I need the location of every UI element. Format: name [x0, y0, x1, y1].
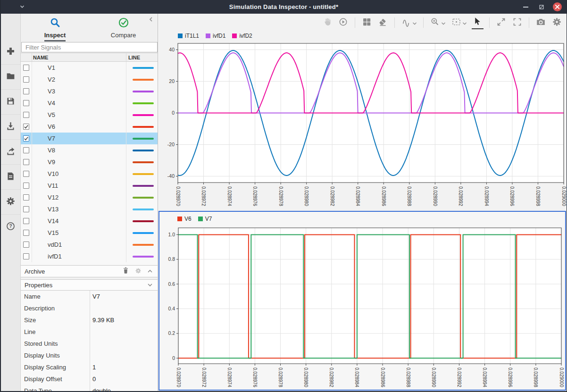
- left-toolbar: ?: [1, 14, 21, 391]
- signal-row-V11[interactable]: V11: [21, 180, 158, 192]
- trash-icon[interactable]: [122, 267, 129, 276]
- signal-checkbox[interactable]: [23, 230, 29, 236]
- property-value[interactable]: 1: [90, 364, 158, 371]
- signal-checkbox[interactable]: [23, 171, 29, 177]
- signal-row-vdD1[interactable]: vdD1: [21, 239, 158, 250]
- titlebar: Simulation Data Inspector - untitled*: [1, 0, 567, 14]
- replay-tool[interactable]: [337, 16, 349, 29]
- signal-row-V7[interactable]: V7: [21, 133, 158, 144]
- signal-checkbox-cell: [21, 227, 32, 239]
- dropdown-caret-icon[interactable]: [463, 19, 467, 26]
- tab-compare[interactable]: Compare: [89, 14, 158, 41]
- signal-name: ivfD1: [32, 253, 126, 260]
- minimize-button[interactable]: [521, 2, 530, 12]
- signal-line-swatch: [133, 79, 154, 81]
- signal-row-V15[interactable]: V15: [21, 227, 158, 239]
- signal-row-V3[interactable]: V3: [21, 85, 158, 97]
- signal-row-V5[interactable]: V5: [21, 109, 158, 121]
- signal-name: V9: [32, 158, 126, 166]
- add-button[interactable]: [1, 39, 20, 64]
- zoom-in-tool[interactable]: [429, 16, 446, 29]
- tab-inspect[interactable]: Inspect: [21, 14, 89, 41]
- signal-checkbox[interactable]: [23, 65, 29, 71]
- chevron-up-icon[interactable]: [147, 268, 153, 275]
- close-button[interactable]: [553, 2, 562, 11]
- signal-name: V13: [32, 206, 126, 213]
- property-value[interactable]: 0: [90, 375, 158, 383]
- legend-swatch: [177, 217, 182, 221]
- collapse-sidebar-icon[interactable]: [148, 16, 154, 24]
- properties-label: Properties: [21, 282, 52, 289]
- signal-checkbox[interactable]: [23, 206, 29, 212]
- app-window: Simulation Data Inspector - untitled* ? …: [0, 0, 567, 392]
- signal-checkbox[interactable]: [23, 218, 29, 224]
- bottom-chart[interactable]: 0.0289700.0289720.0289740.0289760.028978…: [159, 225, 564, 390]
- fit-to-view-tool[interactable]: [450, 16, 467, 29]
- property-row-size: Size9.39 KB: [21, 314, 158, 326]
- signal-checkbox[interactable]: [23, 194, 29, 200]
- signal-checkbox[interactable]: [23, 135, 29, 142]
- signal-row-V10[interactable]: V10: [21, 168, 158, 180]
- layout-tool[interactable]: [361, 16, 373, 29]
- signal-checkbox[interactable]: [23, 88, 29, 94]
- magnifier-icon: [50, 17, 61, 30]
- report-button[interactable]: [1, 164, 20, 189]
- x-tick-label: 0.028978: [278, 186, 284, 206]
- signal-row-V9[interactable]: V9: [21, 156, 158, 168]
- camera-tool[interactable]: [535, 16, 547, 29]
- signal-row-V12[interactable]: V12: [21, 192, 158, 203]
- signal-checkbox[interactable]: [23, 100, 29, 106]
- filter-signals-input[interactable]: [21, 42, 158, 52]
- eraser-icon: [378, 17, 388, 28]
- property-value[interactable]: 9.39 KB: [90, 317, 158, 324]
- eraser-tool[interactable]: [377, 16, 389, 29]
- top-chart[interactable]: 0.0289700.0289720.0289740.0289760.028978…: [159, 42, 567, 210]
- preferences-button[interactable]: [1, 189, 20, 214]
- save-button[interactable]: [1, 89, 20, 114]
- x-tick-label: 0.028986: [381, 186, 386, 206]
- cursor-tool[interactable]: [472, 16, 484, 29]
- dropdown-caret-icon[interactable]: [442, 19, 445, 26]
- import-button[interactable]: [1, 114, 20, 139]
- signal-row-V4[interactable]: V4: [21, 97, 158, 109]
- maximize-button[interactable]: [537, 2, 546, 12]
- export-button[interactable]: [1, 139, 20, 164]
- property-value[interactable]: V7: [90, 293, 158, 300]
- signal-line-swatch: [133, 91, 154, 92]
- signal-row-V13[interactable]: V13: [21, 203, 158, 215]
- signal-checkbox[interactable]: [23, 147, 29, 153]
- signal-row-V6[interactable]: V6: [21, 121, 158, 133]
- property-value[interactable]: double: [90, 387, 158, 391]
- signal-checkbox[interactable]: [23, 242, 29, 248]
- signal-checkbox[interactable]: [23, 159, 29, 165]
- expand-tool[interactable]: [495, 16, 507, 29]
- property-value[interactable]: [90, 328, 158, 335]
- help-button[interactable]: ?: [1, 214, 20, 239]
- signal-checkbox[interactable]: [23, 253, 29, 259]
- signal-row-V1[interactable]: V1: [21, 62, 158, 74]
- dropdown-caret-icon[interactable]: [413, 19, 417, 26]
- signal-checkbox[interactable]: [23, 183, 29, 189]
- archive-section-header[interactable]: Archive: [21, 265, 158, 277]
- signal-row-V14[interactable]: V14: [21, 215, 158, 227]
- signal-checkbox[interactable]: [23, 112, 29, 118]
- properties-column-divider: [90, 291, 90, 391]
- gear-tool[interactable]: [551, 16, 563, 29]
- signal-row-V8[interactable]: V8: [21, 144, 158, 156]
- signal-row-V2[interactable]: V2: [21, 74, 158, 85]
- signal-checkbox[interactable]: [23, 124, 29, 130]
- x-tick-label: 0.028984: [354, 367, 359, 387]
- signal-row-ivfD1[interactable]: ivfD1: [21, 250, 158, 262]
- signal-checkbox-cell: [21, 215, 32, 227]
- signal-checkbox[interactable]: [23, 76, 29, 83]
- open-button[interactable]: [1, 64, 20, 89]
- gear-icon[interactable]: [135, 267, 142, 275]
- signal-wave-tool[interactable]: [400, 16, 417, 29]
- pan-icon: [322, 17, 332, 28]
- properties-section-header[interactable]: Properties: [21, 279, 158, 291]
- fullscreen-tool[interactable]: [511, 16, 523, 29]
- signal-checkbox-cell: [21, 133, 32, 144]
- bottom-chart-panel-selected[interactable]: V6V7 0.0289700.0289720.0289740.0289760.0…: [158, 211, 566, 391]
- window-menu-chevron-icon[interactable]: [19, 3, 25, 11]
- signal-line-cell: [126, 192, 158, 203]
